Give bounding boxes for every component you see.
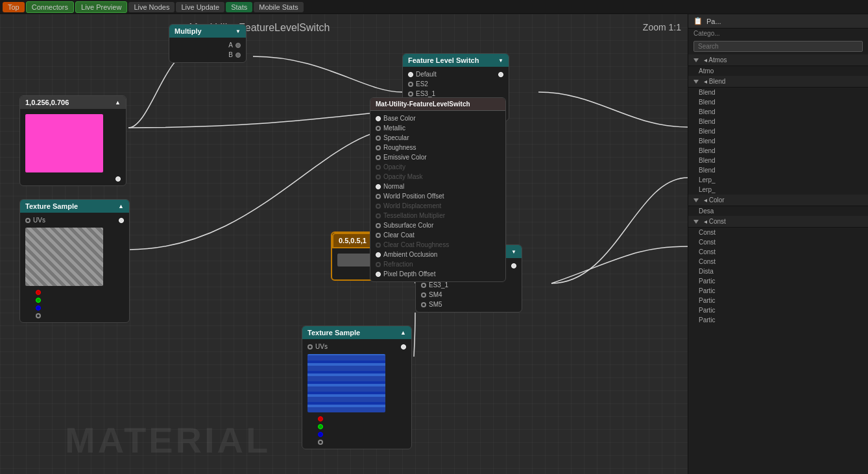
multiply-dropdown-icon[interactable]: ▼ [235, 29, 241, 34]
canvas-title: Mat-Utility-FeatureLevelSwitch [0, 22, 519, 34]
node-fls1-header: Feature Level Switch ▼ [403, 54, 509, 67]
toolbar-live-preview-btn[interactable]: Live Preview [75, 1, 127, 13]
material-opacity-pin: Opacity [370, 162, 505, 172]
material-subsurface-pin: Subsurface Color [370, 220, 505, 230]
material-emissive-pin: Emissive Color [370, 152, 505, 162]
pin-dot-b [235, 53, 241, 58]
tex2-g-dot [318, 424, 323, 429]
toolbar-stats-btn[interactable]: Stats [226, 2, 252, 12]
node-material-header: Mat-Utility-FeatureLevelSwitch [370, 98, 505, 111]
mat-specular-dot [376, 136, 381, 141]
toolbar-live-update-btn[interactable]: Live Update [176, 2, 224, 12]
sidebar-item-partic2[interactable]: Partic [688, 286, 868, 296]
mat-refraction-dot [376, 262, 381, 267]
sidebar-item-const1[interactable]: Const [688, 228, 868, 237]
sidebar-item-partic4[interactable]: Partic [688, 305, 868, 315]
sidebar-item-blend5[interactable]: Blend [688, 126, 868, 136]
mat-opacity-dot [376, 165, 381, 170]
texture2-arrow-icon: ▲ [400, 329, 406, 336]
sidebar-section-color[interactable]: ◂ Color [688, 195, 868, 206]
toolbar-top-btn[interactable]: Top [3, 2, 25, 12]
material-tess-pin: Tessellation Multiplier [370, 211, 505, 220]
mat-normal-dot [376, 184, 381, 189]
tex1-b-dot [36, 305, 41, 311]
fls1-default-pin: Default [403, 69, 509, 79]
pin-dot-a [235, 43, 241, 48]
fls1-dropdown-icon[interactable]: ▼ [498, 58, 503, 64]
sidebar-item-blend7[interactable]: Blend [688, 146, 868, 156]
material-base-color-pin: Base Color [370, 113, 505, 123]
right-sidebar: 📋 Pa... Catego... ◂ Atmos Atmo ◂ Blend B… [688, 14, 868, 474]
material-roughness-pin: Roughness [370, 143, 505, 152]
sidebar-palette-icon: 📋 [693, 17, 703, 25]
sidebar-item-blend9[interactable]: Blend [688, 165, 868, 175]
fls2-es3-dot [421, 283, 426, 288]
node-texture1[interactable]: Texture Sample ▲ UVs [19, 199, 130, 323]
texture1-arrow-icon: ▲ [118, 203, 124, 209]
sidebar-item-atmo[interactable]: Atmo [688, 66, 868, 76]
tex2-r-dot [318, 416, 323, 421]
sidebar-search-input[interactable] [693, 41, 863, 52]
color-arrow-icon: ▲ [115, 99, 121, 106]
sidebar-item-lerp2[interactable]: Lerp_ [688, 185, 868, 195]
node-color[interactable]: 1,0.256,0.706 ▲ [19, 95, 127, 186]
fls1-es2-pin: ES2 [403, 79, 509, 89]
sidebar-item-partic5[interactable]: Partic [688, 315, 868, 325]
mat-tess-dot [376, 213, 381, 219]
mat-ao-dot [376, 252, 381, 257]
mat-metallic-dot [376, 126, 381, 131]
node-multiply[interactable]: Multiply ▼ A B [169, 24, 247, 63]
toolbar-connectors-btn[interactable]: Connectors [26, 1, 74, 13]
color-out-pin [20, 175, 126, 183]
sidebar-item-partic3[interactable]: Partic [688, 296, 868, 305]
sidebar-title: Pa... [706, 18, 721, 25]
mat-clearcoat-rough-dot [376, 243, 381, 248]
node-texture2[interactable]: Texture Sample ▲ UVs [302, 326, 412, 449]
sidebar-item-const3[interactable]: Const [688, 247, 868, 257]
sidebar-item-desa[interactable]: Desa [688, 206, 868, 216]
sidebar-item-blend8[interactable]: Blend [688, 156, 868, 165]
color-preview [25, 114, 103, 172]
toolbar-live-nodes-btn[interactable]: Live Nodes [128, 2, 175, 12]
tex1-uvs-right-dot [119, 218, 124, 223]
const-collapse-icon [693, 220, 699, 224]
material-clearcoat-rough-pin: Clear Coat Roughness [370, 240, 505, 250]
canvas-area[interactable]: Mat-Utility-FeatureLevelSwitch Zoom 1:1 [0, 14, 688, 474]
fls2-dropdown-icon[interactable]: ▼ [511, 249, 516, 255]
node-texture2-header: Texture Sample ▲ [302, 326, 411, 339]
sidebar-item-const4[interactable]: Const [688, 257, 868, 267]
toolbar-mobile-stats-btn[interactable]: Mobile Stats [254, 2, 304, 12]
sidebar-section-blend[interactable]: ◂ Blend [688, 76, 868, 88]
sidebar-category-label: Catego... [688, 29, 868, 38]
sidebar-item-blend6[interactable]: Blend [688, 136, 868, 146]
tex2-uvs-right-dot [401, 344, 406, 350]
material-normal-pin: Normal [370, 182, 505, 191]
material-clearcoat-pin: Clear Coat [370, 230, 505, 240]
tex2-a-dot [318, 440, 323, 445]
sidebar-item-partic1[interactable]: Partic [688, 276, 868, 286]
sidebar-item-const2[interactable]: Const [688, 237, 868, 247]
sidebar-item-lerp1[interactable]: Lerp_ [688, 175, 868, 185]
texture1-preview [25, 228, 103, 286]
texture1-pins-colors [20, 289, 129, 296]
fls1-es2-dot [408, 82, 413, 87]
mat-world-disp-dot [376, 204, 381, 209]
sidebar-item-blend3[interactable]: Blend [688, 107, 868, 117]
tex1-a-dot [36, 313, 41, 318]
node-material-body: Base Color Metallic Specular Roughness E… [370, 111, 505, 281]
node-material[interactable]: Mat-Utility-FeatureLevelSwitch Base Colo… [370, 97, 506, 282]
texture2-pin-uvs: UVs [302, 342, 411, 351]
material-metallic-pin: Metallic [370, 123, 505, 133]
material-refraction-pin: Refraction [370, 259, 505, 269]
sidebar-section-atmos[interactable]: ◂ Atmos [688, 54, 868, 66]
fls1-default-dot [408, 72, 413, 77]
material-opacity-mask-pin: Opacity Mask [370, 172, 505, 182]
material-world-disp-pin: World Displacement [370, 201, 505, 211]
sidebar-item-dista[interactable]: Dista [688, 267, 868, 276]
sidebar-item-blend4[interactable]: Blend [688, 117, 868, 126]
node-texture1-header: Texture Sample ▲ [20, 200, 129, 213]
sidebar-section-const[interactable]: ◂ Const [688, 216, 868, 228]
multiply-pin-a: A [169, 40, 246, 50]
sidebar-item-blend2[interactable]: Blend [688, 97, 868, 107]
sidebar-item-blend1[interactable]: Blend [688, 88, 868, 97]
